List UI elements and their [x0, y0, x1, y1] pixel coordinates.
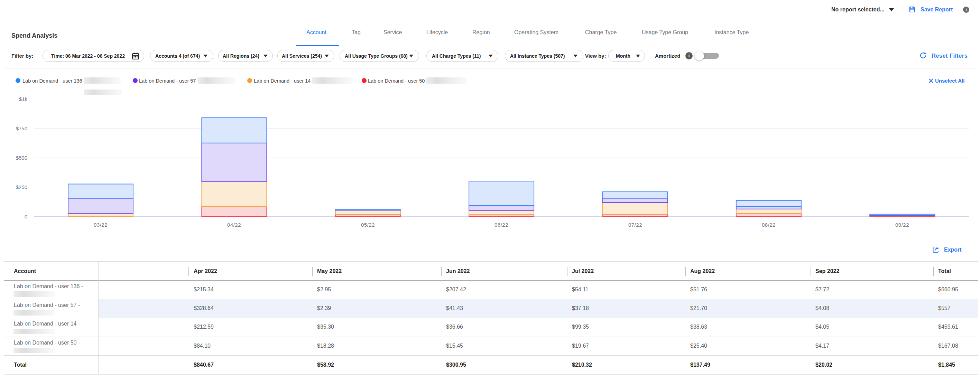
- svg-text:$750: $750: [16, 125, 27, 131]
- svg-text:05/22: 05/22: [361, 222, 375, 228]
- svg-text:09/22: 09/22: [895, 222, 909, 228]
- svg-text:$500: $500: [16, 155, 27, 161]
- svg-text:08/22: 08/22: [762, 222, 776, 228]
- svg-text:04/22: 04/22: [227, 222, 241, 228]
- svg-text:$250: $250: [16, 184, 27, 190]
- svg-text:$1k: $1k: [19, 96, 28, 102]
- svg-text:07/22: 07/22: [628, 222, 642, 228]
- svg-text:06/22: 06/22: [495, 222, 508, 228]
- svg-text:03/22: 03/22: [94, 222, 108, 228]
- svg-text:0: 0: [25, 214, 27, 219]
